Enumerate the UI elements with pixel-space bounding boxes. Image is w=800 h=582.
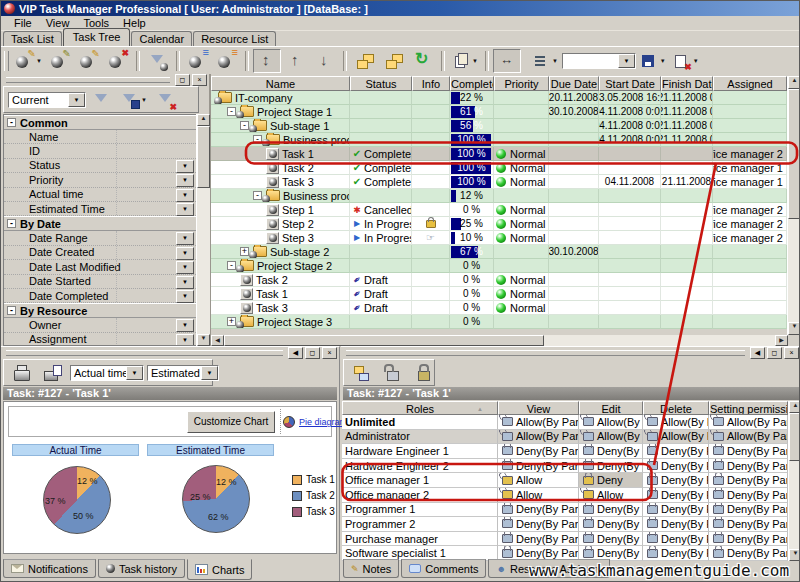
permission-row-hardware-engineer-1[interactable]: Hardware Engineer 1Deny(By Parent)Deny(B… — [342, 444, 788, 459]
column-header-status[interactable]: Status — [350, 76, 412, 91]
permission-cell[interactable]: Allow(By Parent) — [498, 430, 579, 445]
copy-button[interactable]: ▼ — [449, 49, 481, 73]
series2-combo[interactable]: Estimated time ▼ — [147, 365, 219, 381]
expand-collapse-button[interactable] — [253, 49, 281, 73]
task-row-task-2[interactable]: Task 2Draft0 %Normal — [211, 273, 788, 287]
permission-cell[interactable]: Deny(By Parent) — [643, 503, 709, 518]
chevron-down-icon[interactable]: ▼ — [176, 247, 194, 260]
permission-row-purchase-manager[interactable]: Purchase managerDeny(By Parent)Deny(By P… — [342, 532, 788, 547]
expand-icon[interactable]: + — [240, 247, 249, 256]
permission-cell[interactable]: Deny — [579, 473, 643, 488]
filter-row-id[interactable]: ID — [4, 144, 196, 158]
refresh-button[interactable] — [409, 49, 437, 73]
permission-cell[interactable]: Deny(By Parent) — [498, 517, 579, 532]
filter-row-actual-time[interactable]: Actual time▼ — [4, 188, 196, 202]
filter-row-date-created[interactable]: Date Created▼ — [4, 246, 196, 260]
column-header-start-date[interactable]: Start Date — [599, 76, 661, 91]
collapse-icon[interactable]: - — [253, 135, 262, 144]
fit-columns-button[interactable] — [493, 49, 521, 73]
filter-tasks-button[interactable] — [144, 49, 172, 73]
permission-row-programmer-2[interactable]: Programmer 2Deny(By Parent)Deny(By Paren… — [342, 517, 788, 532]
chevron-down-icon[interactable]: ▼ — [618, 54, 635, 68]
column-header-view[interactable]: View — [498, 401, 579, 415]
tab-calendar[interactable]: Calendar — [131, 31, 192, 46]
chevron-down-icon[interactable]: ▼ — [126, 366, 143, 380]
filter-row-estimated-time[interactable]: Estimated Time▼ — [4, 202, 196, 216]
task-row-task-2[interactable]: Task 2Completed100 %NormalOffice manager… — [211, 161, 788, 175]
chevron-down-icon[interactable]: ▼ — [176, 334, 194, 346]
column-header-complete[interactable]: Complete — [450, 76, 494, 91]
permission-cell[interactable]: Deny(By Parent) — [498, 503, 579, 518]
customize-chart-button[interactable]: Customize Chart — [187, 411, 275, 433]
filter-row-priority[interactable]: Priority▼ — [4, 173, 196, 187]
clear-filter-button[interactable] — [152, 88, 180, 112]
permission-cell[interactable]: Allow(By Parent) — [643, 430, 709, 445]
grid-vscrollbar[interactable]: ▲ ▼ — [787, 76, 800, 335]
chevron-down-icon[interactable]: ▼ — [176, 203, 194, 216]
filter-row-date-started[interactable]: Date Started▼ — [4, 275, 196, 289]
filter-row-date-range[interactable]: Date Range▼ — [4, 231, 196, 245]
tab-task-tree[interactable]: Task Tree — [63, 28, 131, 46]
permission-cell[interactable]: Deny(By Parent) — [579, 517, 643, 532]
close-panel-button[interactable]: × — [784, 347, 799, 359]
filter-row-name[interactable]: Name — [4, 130, 196, 144]
permission-cell[interactable]: Allow(By Parent) — [643, 415, 709, 430]
tab-notifications[interactable]: Notifications — [3, 559, 96, 578]
column-header-edit[interactable]: Edit — [579, 401, 643, 415]
task-sort-button[interactable] — [213, 49, 241, 73]
tab-task-history[interactable]: Task history — [98, 559, 185, 578]
filter-section-by-date[interactable]: -By Date — [4, 216, 196, 231]
permission-cell[interactable]: Deny(By Parent) — [643, 444, 709, 459]
filter-row-status[interactable]: Status▼ — [4, 159, 196, 173]
panel-grip[interactable] — [6, 77, 170, 83]
permission-cell[interactable]: Deny(By Parent) — [579, 459, 643, 474]
column-header-name[interactable]: Name — [211, 76, 350, 91]
tab-resource-list[interactable]: Resource List — [193, 31, 276, 46]
view-preset-combo[interactable]: ▼ — [562, 53, 636, 69]
task-row-it-company[interactable]: IT-company22 %20.11.200813.05.2008 16:22… — [211, 91, 788, 105]
tab-task-list[interactable]: Task List — [3, 31, 62, 46]
move-up-button[interactable] — [282, 49, 310, 73]
edit-task-button[interactable] — [46, 49, 74, 73]
permission-cell[interactable]: Deny(By Parent) — [643, 488, 709, 503]
permission-cell[interactable]: Deny(By Parent) — [709, 473, 788, 488]
permission-cell[interactable]: Deny(By Parent) — [709, 532, 788, 547]
dock-panel-button[interactable]: ◻ — [305, 347, 320, 359]
task-row-project-stage-3[interactable]: +Project Stage 30 % — [211, 315, 788, 329]
permission-cell[interactable]: Deny(By Parent) — [643, 473, 709, 488]
permission-cell[interactable]: Deny(By Parent) — [498, 532, 579, 547]
permission-cell[interactable]: Deny(By Parent) — [709, 444, 788, 459]
assign-permissions-button[interactable] — [348, 361, 376, 385]
save-view-button[interactable]: ▼ — [637, 49, 669, 73]
deny-permission-button[interactable] — [410, 361, 438, 385]
grouping-button[interactable]: ▼ — [529, 49, 561, 73]
grid-hscrollbar[interactable]: ◀ ▶ — [211, 335, 788, 346]
chevron-down-icon[interactable]: ▼ — [176, 160, 194, 173]
task-list-button[interactable] — [184, 49, 212, 73]
filter-preset-combo[interactable]: Current ▼ — [8, 92, 86, 108]
panel-grip[interactable] — [346, 350, 745, 356]
save-filter-button[interactable]: ▼ — [118, 88, 150, 112]
permission-cell[interactable]: Deny(By Parent) — [709, 546, 788, 561]
delete-task-button[interactable] — [104, 49, 132, 73]
task-row-sub-stage-2[interactable]: +Sub-stage 267 %30.10.2008 — [211, 245, 788, 259]
expand-icon[interactable]: + — [227, 317, 236, 326]
task-row-task-1[interactable]: Task 1Draft0 %Normal — [211, 287, 788, 301]
permission-cell[interactable]: Deny(By Parent) — [709, 459, 788, 474]
chevron-down-icon[interactable]: ▼ — [472, 58, 478, 64]
chevron-down-icon[interactable]: ▼ — [176, 319, 194, 332]
chevron-down-icon[interactable]: ▼ — [176, 290, 194, 303]
permission-cell[interactable]: Deny(By Parent) — [643, 532, 709, 547]
panel-grip[interactable] — [6, 350, 283, 356]
chevron-down-icon[interactable]: ▼ — [68, 93, 85, 107]
duplicate-task-button[interactable] — [75, 49, 103, 73]
permission-row-unlimited[interactable]: UnlimitedAllow(By Parent)Allow(By Parent… — [342, 415, 788, 430]
collapse-icon[interactable]: - — [227, 107, 236, 116]
new-task-button[interactable]: ▼ — [13, 49, 45, 73]
permissions-scrollbar[interactable]: ▲ ▼ — [788, 401, 800, 561]
expand-tree-button[interactable] — [380, 49, 408, 73]
task-row-task-3[interactable]: Task 3Completed100 %Normal04.11.200821.1… — [211, 175, 788, 189]
apply-filter-button[interactable] — [88, 88, 116, 112]
column-header-priority[interactable]: Priority — [494, 76, 549, 91]
series1-combo[interactable]: Actual time ▼ — [70, 365, 144, 381]
